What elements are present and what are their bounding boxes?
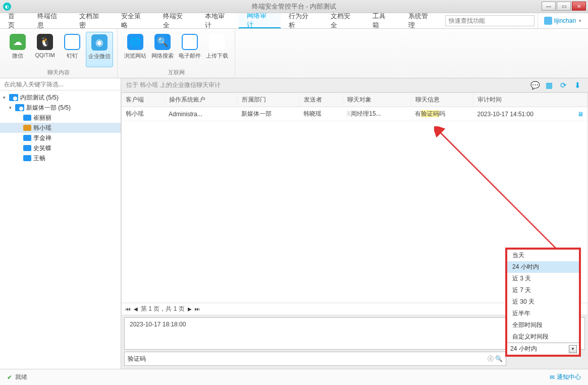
tab-terminal-info[interactable]: 终端信息 <box>29 13 71 28</box>
pager-prev[interactable]: ◀ <box>134 306 138 312</box>
pager-first[interactable]: ⏮ <box>126 306 131 312</box>
ribbon-group-chat-label: 聊天内容 <box>0 67 117 78</box>
ribbon-group-internet: 🌐浏览网站 🔍网络搜索 ✉电子邮件 ☁上传下载 互联网 <box>118 29 235 78</box>
tab-behavior[interactable]: 行为分析 <box>281 13 323 28</box>
chat-bubble-icon[interactable]: 💬 <box>529 80 541 91</box>
pc-icon <box>23 135 31 141</box>
check-icon: ✔ <box>7 374 12 381</box>
tab-home[interactable]: 首页 <box>0 13 29 28</box>
time-range-dropdown: 当天 24 小时内 近 3 天 近 7 天 近 30 天 近半年 全部时间段 自… <box>505 248 581 357</box>
collapse-icon: ▾ <box>9 105 15 110</box>
body: ▾内部测试 (5/5) ▾新媒体一部 (5/5) 崔丽丽 韩小瑶 李金禅 史笑蝶… <box>0 78 588 369</box>
time-option-selected[interactable]: 24 小时内 <box>507 261 579 273</box>
titlebar: ◐ 终端安全管控平台 - 内部测试 — ▭ ✕ <box>0 0 588 13</box>
avatar-icon <box>544 17 552 25</box>
location-bar: 位于 韩小瑶 上的企业微信聊天审计 💬 ▦ ⟳ ⬇ <box>121 78 588 92</box>
ribbon-group-internet-label: 互联网 <box>118 67 235 78</box>
ribbon-email[interactable]: ✉电子邮件 <box>176 32 203 67</box>
chevron-down-icon[interactable]: ▼ <box>569 345 577 353</box>
clear-icon[interactable]: ⓧ <box>488 355 494 363</box>
tree-member-selected[interactable]: 韩小瑶 <box>0 123 121 133</box>
monitor-icon[interactable]: 🖥 <box>577 111 583 118</box>
cell-target: X周经理15... <box>343 107 411 121</box>
statusbar: ✔ 就绪 ✉ 通知中心 <box>0 369 588 385</box>
ribbon-group-chat: ☁微信 🐧QQ/TIM ✈钉钉 ◉企业微信 聊天内容 <box>0 29 118 78</box>
tab-doc-encrypt[interactable]: 文档加密 <box>71 13 113 28</box>
time-option[interactable]: 近 3 天 <box>507 273 579 284</box>
tab-local-audit[interactable]: 本地审计 <box>197 13 239 28</box>
mail-icon: ✉ <box>550 374 555 381</box>
qq-icon: 🐧 <box>37 34 53 50</box>
ding-icon: ✈ <box>64 34 80 50</box>
chevron-down-icon: ▼ <box>578 19 582 23</box>
tab-security-policy[interactable]: 安全策略 <box>113 13 155 28</box>
quick-search-input[interactable] <box>445 15 534 26</box>
ribbon-browse[interactable]: 🌐浏览网站 <box>122 32 149 67</box>
cloud-upload-icon: ☁ <box>209 34 225 50</box>
ribbon-qq[interactable]: 🐧QQ/TIM <box>31 32 59 67</box>
globe-icon: 🌐 <box>127 34 143 50</box>
pc-icon <box>23 145 31 151</box>
tab-terminal-security[interactable]: 终端安全 <box>155 13 197 28</box>
time-option[interactable]: 当天 <box>507 250 579 261</box>
window-title: 终端安全管控平台 - 内部测试 <box>252 2 337 11</box>
ribbon-enterprise-wechat[interactable]: ◉企业微信 <box>86 32 113 67</box>
time-option[interactable]: 近半年 <box>507 308 579 319</box>
close-button[interactable]: ✕ <box>572 2 586 11</box>
tree-filter-input[interactable] <box>0 78 121 90</box>
time-combo-value: 24 小时内 <box>510 345 537 353</box>
pager-last[interactable]: ⏭ <box>195 306 200 312</box>
tree-dept[interactable]: ▾新媒体一部 (5/5) <box>0 103 121 113</box>
time-option[interactable]: 近 7 天 <box>507 284 579 296</box>
notification-center[interactable]: ✉ 通知中心 <box>550 373 581 381</box>
tree-root[interactable]: ▾内部测试 (5/5) <box>0 92 121 103</box>
tab-system-mgmt[interactable]: 系统管理 <box>400 13 442 28</box>
ribbon-wechat[interactable]: ☁微信 <box>4 32 31 67</box>
tree-member[interactable]: 李金禅 <box>0 133 121 143</box>
pc-icon <box>23 115 31 121</box>
ribbon: ☁微信 🐧QQ/TIM ✈钉钉 ◉企业微信 聊天内容 🌐浏览网站 🔍网络搜索 ✉… <box>0 29 588 78</box>
window-icon[interactable]: ▦ <box>544 80 555 91</box>
user-menu[interactable]: lijinchan ▼ <box>538 13 588 28</box>
col-client[interactable]: 客户端 <box>122 93 165 107</box>
wechat-icon: ☁ <box>10 34 26 50</box>
keyword-value[interactable]: 验证码 <box>128 355 146 363</box>
download-icon[interactable]: ⬇ <box>572 80 583 91</box>
time-option[interactable]: 全部时间段 <box>507 319 579 331</box>
search-icon[interactable]: 🔍 <box>495 355 503 362</box>
table-row[interactable]: 韩小瑶 Administra... 新媒体一部 韩晓瑶 X周经理15... 有验… <box>122 107 587 121</box>
ribbon-dingding[interactable]: ✈钉钉 <box>59 32 86 67</box>
collapse-icon: ▾ <box>3 95 9 100</box>
time-combo[interactable]: 24 小时内 ▼ <box>507 343 579 355</box>
tree-member[interactable]: 史笑蝶 <box>0 143 121 153</box>
cell-dept: 新媒体一部 <box>237 107 299 121</box>
pager-next[interactable]: ▶ <box>188 306 192 312</box>
time-option[interactable]: 近 30 天 <box>507 296 579 308</box>
tree-member[interactable]: 王畅 <box>0 153 121 163</box>
tree-member[interactable]: 崔丽丽 <box>0 113 121 123</box>
minimize-button[interactable]: — <box>542 2 556 11</box>
col-sender[interactable]: 发送者 <box>299 93 343 107</box>
refresh-icon[interactable]: ⟳ <box>558 80 569 91</box>
cell-client: 韩小瑶 <box>122 107 165 121</box>
tab-toolbox[interactable]: 工具箱 <box>364 13 400 28</box>
maximize-button[interactable]: ▭ <box>557 2 571 11</box>
log-timestamp: 2023-10-17 18:18:00 <box>130 321 186 328</box>
search-icon: 🔍 <box>154 34 171 50</box>
cell-sender: 韩晓瑶 <box>299 107 343 121</box>
col-os-account[interactable]: 操作系统账户 <box>165 93 237 107</box>
col-message[interactable]: 聊天信息 <box>411 93 473 107</box>
time-option[interactable]: 自定义时间段 <box>507 331 579 343</box>
ribbon-upload[interactable]: ☁上传下载 <box>203 32 231 67</box>
tab-doc-security[interactable]: 文档安全 <box>323 13 364 28</box>
group-icon <box>15 104 24 111</box>
ribbon-websearch[interactable]: 🔍网络搜索 <box>149 32 176 67</box>
cell-message: 有验证码吗 <box>411 107 473 121</box>
location-text: 位于 韩小瑶 上的企业微信聊天审计 <box>126 81 221 89</box>
col-dept[interactable]: 所属部门 <box>237 93 299 107</box>
col-time[interactable]: 审计时间 <box>473 93 587 107</box>
col-target[interactable]: 聊天对象 <box>343 93 411 107</box>
tab-network-audit[interactable]: 网络审计 <box>239 13 281 28</box>
app-logo-icon: ◐ <box>3 3 11 11</box>
username: lijinchan <box>554 17 576 24</box>
